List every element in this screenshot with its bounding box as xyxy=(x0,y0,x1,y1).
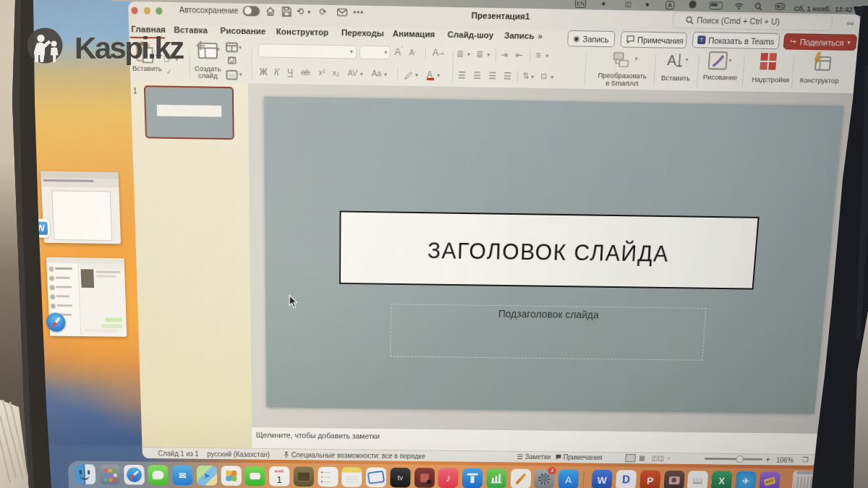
svg-text:Kaspi.kz: Kaspi.kz xyxy=(75,31,184,65)
